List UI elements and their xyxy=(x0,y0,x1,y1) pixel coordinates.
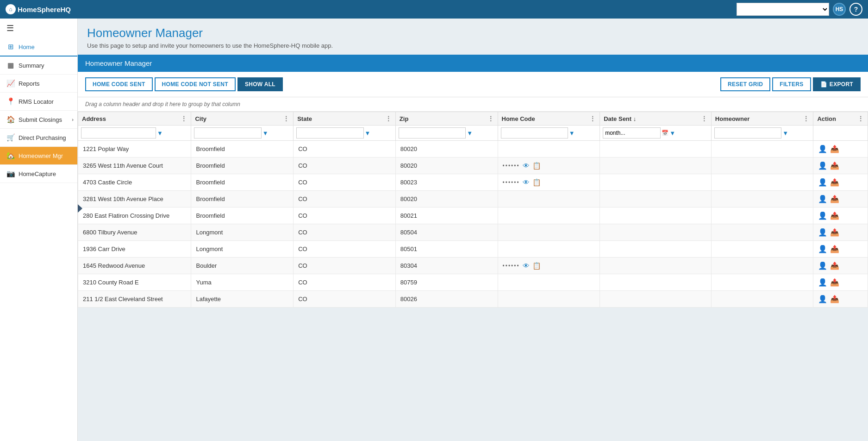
page-title: Homeowner Manager xyxy=(87,26,859,40)
copy-icon[interactable]: 📋 xyxy=(532,178,541,187)
filter-zip-input[interactable] xyxy=(399,127,466,139)
sidebar-item-home[interactable]: ⊞ Home xyxy=(0,38,77,57)
filter-home-code-icon[interactable]: ▼ xyxy=(569,130,575,137)
user-action-icon[interactable]: 👤 xyxy=(818,161,827,170)
cell-state: CO xyxy=(293,291,396,308)
upload-action-icon[interactable]: 📤 xyxy=(830,261,839,270)
col-address-menu[interactable]: ⋮ xyxy=(181,115,187,122)
user-action-icon[interactable]: 👤 xyxy=(818,195,827,203)
filter-homeowner-icon[interactable]: ▼ xyxy=(782,130,788,137)
upload-action-icon[interactable]: 📤 xyxy=(830,245,839,253)
col-date-sent-menu[interactable]: ⋮ xyxy=(701,115,707,122)
cell-address: 1645 Redwood Avenue xyxy=(78,258,191,274)
table-body: 1221 Poplar Way Broomfield CO 80020 👤 📤 … xyxy=(78,141,868,308)
col-city-menu[interactable]: ⋮ xyxy=(283,115,289,122)
filter-homeowner-input[interactable] xyxy=(714,127,781,139)
sidebar-item-summary[interactable]: ▦ Summary xyxy=(0,57,77,75)
upload-action-icon[interactable]: 📤 xyxy=(830,211,839,220)
cell-state: CO xyxy=(293,158,396,174)
filter-zip-icon[interactable]: ▼ xyxy=(467,130,473,137)
menu-toggle[interactable]: ☰ xyxy=(0,19,77,38)
sidebar-label-homecapture: HomeCapture xyxy=(19,170,56,177)
col-state-menu[interactable]: ⋮ xyxy=(385,115,392,122)
filter-state-icon[interactable]: ▼ xyxy=(365,130,371,137)
col-home-code-label: Home Code xyxy=(502,115,535,122)
cell-action: 👤 📤 xyxy=(813,274,868,291)
filter-city-icon[interactable]: ▼ xyxy=(262,130,269,137)
col-homeowner[interactable]: Homeowner ⋮ xyxy=(711,112,813,126)
upload-action-icon[interactable]: 📤 xyxy=(830,228,839,237)
col-date-sent[interactable]: Date Sent ↓ ⋮ xyxy=(600,112,712,126)
table-row: 1936 Carr Drive Longmont CO 80501 👤 📤 xyxy=(78,241,868,258)
col-address[interactable]: Address ⋮ xyxy=(78,112,191,126)
view-icon[interactable]: 👁 xyxy=(523,178,530,186)
cell-zip: 80023 xyxy=(395,174,498,191)
view-icon[interactable]: 👁 xyxy=(523,162,530,170)
search-container[interactable] xyxy=(737,3,829,16)
search-select[interactable] xyxy=(737,3,829,16)
user-action-icon[interactable]: 👤 xyxy=(818,261,827,270)
col-address-label: Address xyxy=(82,115,106,122)
sidebar-item-direct-purchasing[interactable]: 🛒 Direct Purchasing xyxy=(0,129,77,147)
calendar-icon[interactable]: 📅 xyxy=(662,130,668,136)
copy-icon[interactable]: 📋 xyxy=(532,162,541,170)
filter-homeowner-cell: ▼ xyxy=(711,126,813,141)
sidebar-item-reports[interactable]: 📈 Reports xyxy=(0,75,77,93)
upload-action-icon[interactable]: 📤 xyxy=(830,145,839,153)
col-zip[interactable]: Zip ⋮ xyxy=(395,112,498,126)
cell-city: Broomfield xyxy=(191,208,293,224)
sidebar-item-rms-locator[interactable]: 📍 RMS Locator xyxy=(0,93,77,111)
filters-button[interactable]: FILTERS xyxy=(772,77,811,91)
col-state[interactable]: State ⋮ xyxy=(293,112,396,126)
upload-action-icon[interactable]: 📤 xyxy=(830,195,839,203)
user-action-icon[interactable]: 👤 xyxy=(818,211,827,220)
reset-grid-button[interactable]: RESET GRID xyxy=(720,77,770,91)
sidebar-item-submit-closings[interactable]: 🏠 Submit Closings › xyxy=(0,111,77,129)
upload-action-icon[interactable]: 📤 xyxy=(830,178,839,187)
avatar[interactable]: HS xyxy=(833,3,846,16)
filter-date-sent-icon[interactable]: ▼ xyxy=(669,130,675,137)
user-action-icon[interactable]: 👤 xyxy=(818,278,827,287)
col-city[interactable]: City ⋮ xyxy=(191,112,293,126)
home-code-sent-button[interactable]: HOME CODE SENT xyxy=(85,77,153,91)
cell-action: 👤 📤 xyxy=(813,241,868,258)
filter-date-sent-input[interactable] xyxy=(603,127,661,139)
show-all-button[interactable]: SHOW ALL xyxy=(237,77,283,91)
col-action-menu[interactable]: ⋮ xyxy=(857,115,864,122)
filter-home-code-input[interactable] xyxy=(501,127,568,139)
cell-home-code: •••••• 👁 📋 xyxy=(498,174,600,191)
upload-action-icon[interactable]: 📤 xyxy=(830,295,839,303)
col-home-code-menu[interactable]: ⋮ xyxy=(589,115,596,122)
cell-date-sent xyxy=(600,274,712,291)
help-button[interactable]: ? xyxy=(849,3,862,16)
cell-home-code xyxy=(498,141,600,158)
col-zip-menu[interactable]: ⋮ xyxy=(487,115,494,122)
cell-date-sent xyxy=(600,158,712,174)
col-homeowner-menu[interactable]: ⋮ xyxy=(803,115,809,122)
user-action-icon[interactable]: 👤 xyxy=(818,295,827,303)
filter-state-input[interactable] xyxy=(296,127,363,139)
copy-icon[interactable]: 📋 xyxy=(532,262,541,270)
user-action-icon[interactable]: 👤 xyxy=(818,178,827,187)
cell-address: 3265 West 11th Avenue Court xyxy=(78,158,191,174)
filter-city-input[interactable] xyxy=(194,127,261,139)
user-action-icon[interactable]: 👤 xyxy=(818,145,827,153)
user-action-icon[interactable]: 👤 xyxy=(818,228,827,237)
home-code-not-sent-button[interactable]: HOME CODE NOT SENT xyxy=(155,77,236,91)
filter-address-icon[interactable]: ▼ xyxy=(157,130,163,137)
filter-address-input[interactable] xyxy=(81,127,156,139)
col-action[interactable]: Action ⋮ xyxy=(813,112,868,126)
export-button[interactable]: 📄 EXPORT xyxy=(813,77,861,91)
upload-action-icon[interactable]: 📤 xyxy=(830,161,839,170)
user-action-icon[interactable]: 👤 xyxy=(818,245,827,253)
cell-city: Yuma xyxy=(191,274,293,291)
upload-action-icon[interactable]: 📤 xyxy=(830,278,839,287)
cell-zip: 80020 xyxy=(395,191,498,208)
cell-date-sent xyxy=(600,291,712,308)
homecapture-icon: 📷 xyxy=(6,170,15,178)
view-icon[interactable]: 👁 xyxy=(523,262,530,270)
sidebar-item-homeowner-mgr[interactable]: 🏡 Homeowner Mgr xyxy=(0,147,77,165)
sidebar-item-homecapture[interactable]: 📷 HomeCapture xyxy=(0,165,77,183)
cell-city: Broomfield xyxy=(191,191,293,208)
col-home-code[interactable]: Home Code ⋮ xyxy=(498,112,600,126)
